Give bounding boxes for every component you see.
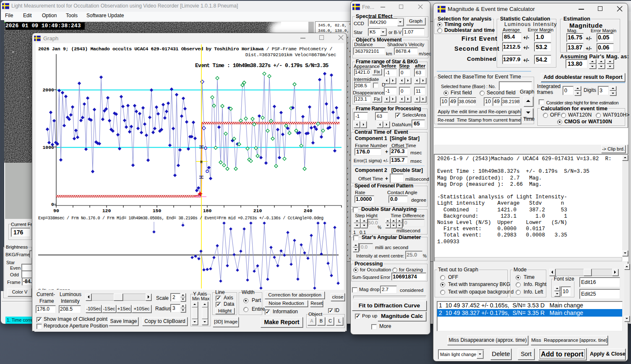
svg-text:Event Time : 10h49m38.327s +/: Event Time : 10h49m38.327s +/- 0.179s S/…: [195, 62, 329, 69]
svg-text:120: 120: [102, 208, 111, 213]
svg-text:180: 180: [203, 208, 212, 213]
svg-text:2026 Jan 9; (2543) Machado occ: 2026 Jan 9; (2543) Machado occults UCAC4…: [38, 46, 332, 52]
svg-text:H: H: [200, 160, 202, 164]
svg-text:Dist.=363792101km Veloc=8678m/: Dist.=363792101km Veloc=8678m/sec: [245, 52, 336, 57]
svg-text:240: 240: [304, 208, 313, 213]
svg-text:0: 0: [51, 202, 54, 207]
svg-text:Exp=338msec / Frm No.176.0 / F: Exp=338msec / Frm No.176.0 / Frm Mid= 10…: [38, 216, 323, 221]
svg-text:90: 90: [53, 208, 59, 213]
svg-text:210: 210: [253, 208, 262, 213]
svg-text:2000: 2000: [42, 87, 54, 93]
svg-text:150: 150: [153, 208, 162, 213]
